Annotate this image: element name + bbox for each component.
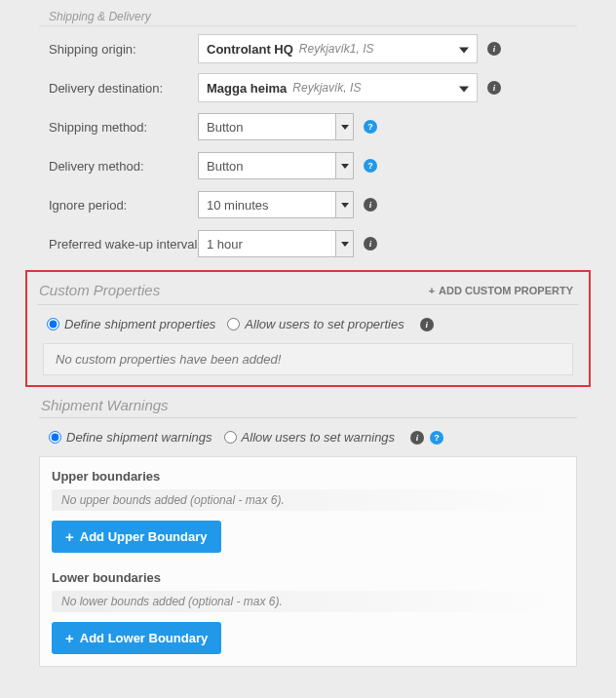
ignore-period-row: Ignore period: 10 minutes i (39, 188, 577, 221)
add-upper-boundary-button[interactable]: + Add Upper Boundary (52, 521, 221, 553)
help-icon[interactable]: ? (430, 431, 443, 445)
wakeup-interval-label: Preferred wake-up interval (39, 237, 198, 252)
shipping-origin-row: Shipping origin: Controlant HQ Reykjavík… (39, 32, 577, 65)
define-shipment-warnings-input[interactable] (49, 431, 61, 444)
define-shipment-properties-radio[interactable]: Define shipment properties (47, 317, 215, 331)
chevron-down-icon (459, 81, 469, 96)
no-custom-properties-message: No custom properties have been added! (43, 343, 573, 375)
shipping-method-value: Button (207, 120, 244, 135)
shipping-origin-sub: Reykjavík1, IS (299, 42, 374, 56)
delivery-destination-row: Delivery destination: Magga heima Reykja… (39, 71, 577, 104)
shipping-origin-select[interactable]: Controlant HQ Reykjavík1, IS (198, 34, 478, 63)
delivery-method-value: Button (207, 159, 244, 174)
delivery-destination-select[interactable]: Magga heima Reykjavík, IS (198, 73, 478, 102)
shipping-origin-value: Controlant HQ (207, 42, 293, 57)
allow-users-set-properties-label: Allow users to set properties (245, 317, 404, 331)
custom-properties-panel: Custom Properties +ADD CUSTOM PROPERTY D… (25, 270, 591, 387)
shipment-warnings-radio-row: Define shipment warnings Allow users to … (39, 430, 577, 445)
allow-users-set-properties-input[interactable] (227, 318, 240, 330)
plus-icon: + (65, 528, 74, 545)
ignore-period-value: 10 minutes (207, 198, 269, 213)
chevron-down-icon (335, 231, 353, 256)
shipping-section: Shipping & Delivery Shipping origin: Con… (39, 10, 577, 260)
define-shipment-warnings-label: Define shipment warnings (66, 430, 212, 445)
plus-icon: + (65, 630, 74, 646)
custom-properties-title-row: Custom Properties +ADD CUSTOM PROPERTY (37, 282, 579, 305)
chevron-down-icon (335, 114, 353, 139)
shipment-warnings-title: Shipment Warnings (39, 397, 577, 418)
allow-users-set-warnings-input[interactable] (224, 431, 237, 444)
custom-properties-radio-row: Define shipment properties Allow users t… (37, 317, 579, 331)
shipment-warnings-section: Shipment Warnings Define shipment warnin… (39, 397, 577, 667)
plus-icon: + (429, 285, 435, 296)
upper-boundaries-heading: Upper boundaries (52, 469, 564, 484)
ignore-period-label: Ignore period: (39, 198, 198, 213)
lower-boundaries-heading: Lower boundaries (52, 570, 564, 585)
upper-boundaries-note: No upper bounds added (optional - max 6)… (52, 489, 564, 511)
delivery-method-select[interactable]: Button (198, 152, 354, 179)
delivery-destination-sub: Reykjavík, IS (292, 81, 361, 95)
add-custom-property-label: ADD CUSTOM PROPERTY (439, 285, 573, 296)
allow-users-set-warnings-radio[interactable]: Allow users to set warnings (224, 430, 396, 445)
shipping-section-title: Shipping & Delivery (39, 10, 577, 26)
add-lower-boundary-label: Add Lower Boundary (80, 631, 208, 645)
delivery-method-row: Delivery method: Button ? (39, 149, 577, 182)
shipping-method-label: Shipping method: (39, 120, 198, 135)
define-shipment-properties-input[interactable] (47, 318, 59, 330)
wakeup-interval-value: 1 hour (207, 237, 243, 252)
define-shipment-warnings-radio[interactable]: Define shipment warnings (49, 430, 212, 445)
info-icon[interactable]: i (364, 237, 377, 251)
chevron-down-icon (335, 192, 353, 217)
custom-properties-title: Custom Properties (39, 282, 160, 298)
info-icon[interactable]: i (487, 81, 501, 95)
allow-users-set-warnings-label: Allow users to set warnings (242, 430, 396, 445)
add-lower-boundary-button[interactable]: + Add Lower Boundary (52, 622, 221, 654)
shipping-method-select[interactable]: Button (198, 113, 354, 140)
delivery-method-label: Delivery method: (39, 159, 198, 174)
help-icon[interactable]: ? (364, 159, 377, 173)
define-shipment-properties-label: Define shipment properties (64, 317, 215, 331)
shipping-origin-label: Shipping origin: (39, 42, 198, 57)
allow-users-set-properties-radio[interactable]: Allow users to set properties (227, 317, 404, 331)
lower-boundaries-note: No lower bounds added (optional - max 6)… (52, 591, 564, 612)
info-icon[interactable]: i (410, 431, 424, 445)
delivery-destination-label: Delivery destination: (39, 81, 198, 96)
ignore-period-select[interactable]: 10 minutes (198, 191, 354, 218)
wakeup-interval-row: Preferred wake-up interval 1 hour i (39, 227, 577, 260)
info-icon[interactable]: i (364, 198, 377, 212)
info-icon[interactable]: i (420, 318, 434, 331)
info-icon[interactable]: i (487, 42, 501, 56)
add-custom-property-button[interactable]: +ADD CUSTOM PROPERTY (429, 285, 573, 296)
delivery-destination-value: Magga heima (207, 81, 287, 96)
chevron-down-icon (335, 153, 353, 178)
boundaries-panel: Upper boundaries No upper bounds added (… (39, 456, 577, 667)
chevron-down-icon (459, 42, 469, 57)
wakeup-interval-select[interactable]: 1 hour (198, 230, 354, 257)
shipping-method-row: Shipping method: Button ? (39, 110, 577, 143)
help-icon[interactable]: ? (364, 120, 377, 134)
add-upper-boundary-label: Add Upper Boundary (80, 529, 208, 544)
